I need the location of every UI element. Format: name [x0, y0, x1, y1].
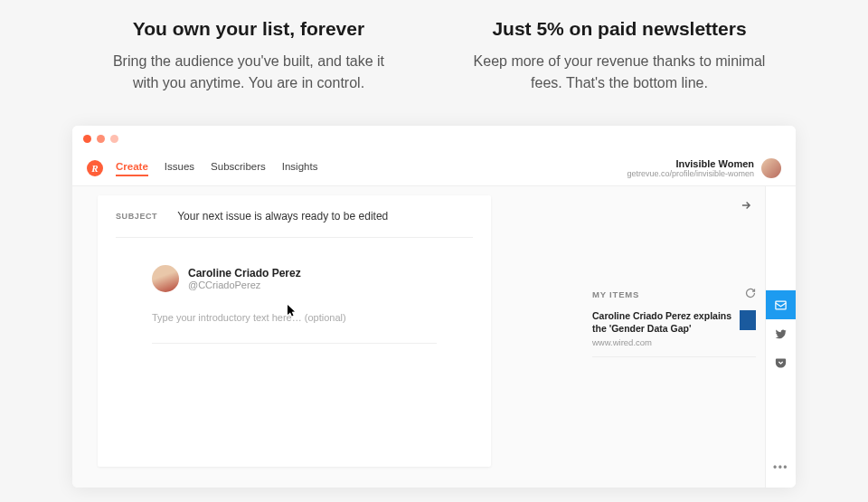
refresh-icon[interactable]	[745, 288, 756, 301]
side-rail: •••	[765, 186, 796, 488]
item-thumbnail	[740, 310, 756, 330]
more-icon[interactable]: •••	[766, 453, 797, 482]
editor-card: SUBJECT Your next issue is always ready …	[98, 195, 491, 467]
subject-input[interactable]: Your next issue is always ready to be ed…	[177, 210, 388, 223]
nav-create[interactable]: Create	[116, 161, 148, 176]
main-nav: Create Issues Subscribers Insights	[116, 161, 317, 176]
window-dot	[97, 135, 105, 143]
hero-right-title: Just 5% on paid newsletters	[470, 18, 769, 40]
nav-issues[interactable]: Issues	[165, 161, 194, 176]
my-items-panel: MY ITEMS Caroline Criado Perez explains …	[583, 186, 765, 488]
hero-left-title: You own your list, forever	[99, 18, 398, 40]
app-logo[interactable]: R	[87, 160, 103, 176]
item-card[interactable]: Caroline Criado Perez explains the 'Gend…	[592, 310, 756, 357]
author-row: Caroline Criado Perez @CCriadoPerez	[152, 265, 437, 292]
hero-right-body: Keep more of your revenue thanks to mini…	[470, 51, 769, 94]
subject-row[interactable]: SUBJECT Your next issue is always ready …	[116, 210, 473, 238]
my-items-header: MY ITEMS	[592, 288, 756, 301]
subject-label: SUBJECT	[116, 212, 157, 221]
profile-name: Invisible Women	[627, 158, 754, 169]
profile-text: Invisible Women getrevue.co/profile/invi…	[627, 158, 754, 178]
profile-url: getrevue.co/profile/invisible-women	[627, 169, 754, 178]
profile-area[interactable]: Invisible Women getrevue.co/profile/invi…	[627, 158, 781, 178]
intro-placeholder-text: Type your introductory text here… (optio…	[152, 312, 346, 323]
app-body: SUBJECT Your next issue is always ready …	[72, 186, 796, 488]
avatar[interactable]	[761, 158, 781, 178]
nav-subscribers[interactable]: Subscribers	[211, 161, 266, 176]
window-dot	[83, 135, 91, 143]
expand-panel-icon[interactable]	[592, 195, 756, 288]
author-handle: @CCriadoPerez	[188, 279, 301, 290]
hero-section: You own your list, forever Bring the aud…	[0, 0, 868, 126]
right-panel: MY ITEMS Caroline Criado Perez explains …	[583, 186, 796, 488]
item-title: Caroline Criado Perez explains the 'Gend…	[592, 310, 732, 335]
app-window: R Create Issues Subscribers Insights Inv…	[72, 126, 796, 488]
svg-rect-0	[776, 301, 786, 309]
hero-left-body: Bring the audience you've built, and tak…	[99, 51, 398, 94]
author-avatar	[152, 265, 179, 292]
app-header: R Create Issues Subscribers Insights Inv…	[72, 151, 796, 186]
window-dot	[110, 135, 118, 143]
nav-insights[interactable]: Insights	[282, 161, 318, 176]
hero-left: You own your list, forever Bring the aud…	[99, 18, 398, 94]
my-items-label: MY ITEMS	[592, 289, 639, 299]
hero-right: Just 5% on paid newsletters Keep more of…	[470, 18, 769, 94]
intro-textarea[interactable]: Type your introductory text here… (optio…	[152, 312, 437, 344]
author-name: Caroline Criado Perez	[188, 267, 301, 279]
pocket-icon[interactable]	[766, 348, 797, 377]
inbox-icon[interactable]	[766, 290, 797, 319]
item-source: www.wired.com	[592, 337, 732, 347]
twitter-icon[interactable]	[766, 319, 797, 348]
window-controls	[72, 126, 796, 151]
